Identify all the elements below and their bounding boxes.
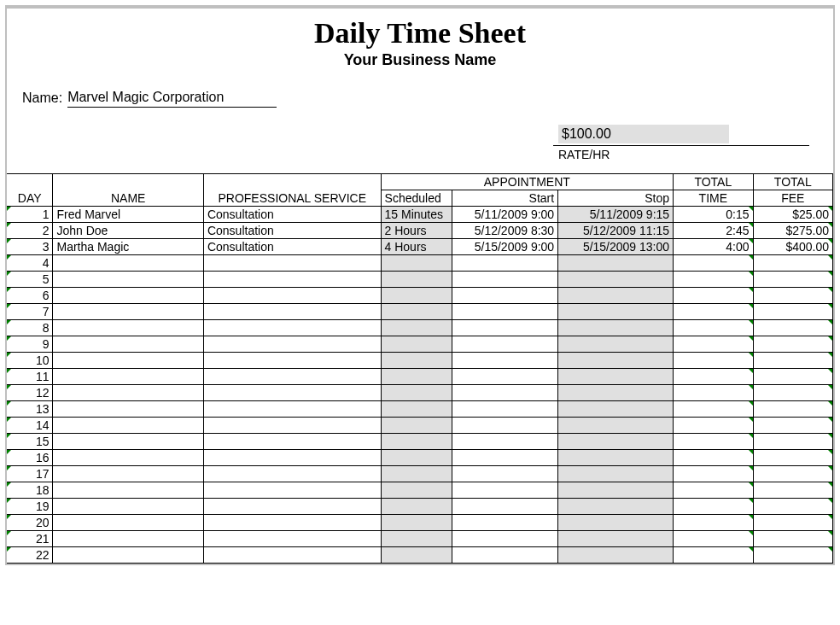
cell-scheduled[interactable]: 4 Hours bbox=[381, 239, 452, 255]
cell-service[interactable] bbox=[203, 515, 381, 531]
cell-service[interactable] bbox=[203, 482, 381, 499]
cell-total-time[interactable] bbox=[674, 336, 753, 353]
cell-service[interactable] bbox=[203, 353, 381, 369]
name-value[interactable]: Marvel Magic Corporation bbox=[67, 90, 277, 108]
rate-value[interactable]: $100.00 bbox=[558, 125, 729, 143]
cell-stop[interactable] bbox=[558, 547, 674, 564]
cell-stop[interactable] bbox=[558, 531, 674, 547]
cell-name[interactable] bbox=[53, 515, 203, 531]
cell-name[interactable]: John Doe bbox=[53, 223, 203, 239]
cell-total-time[interactable] bbox=[674, 304, 753, 320]
cell-total-fee[interactable] bbox=[753, 482, 832, 499]
cell-scheduled[interactable] bbox=[381, 434, 452, 450]
cell-total-fee[interactable] bbox=[753, 450, 832, 466]
cell-scheduled[interactable] bbox=[381, 547, 452, 564]
cell-service[interactable] bbox=[203, 255, 381, 272]
cell-name[interactable] bbox=[53, 304, 203, 320]
cell-scheduled[interactable] bbox=[381, 353, 452, 369]
cell-scheduled[interactable] bbox=[381, 255, 452, 272]
cell-start[interactable] bbox=[452, 450, 558, 466]
cell-day[interactable]: 6 bbox=[7, 288, 53, 304]
cell-start[interactable] bbox=[452, 499, 558, 515]
cell-name[interactable] bbox=[53, 466, 203, 482]
cell-total-fee[interactable] bbox=[753, 288, 832, 304]
cell-start[interactable] bbox=[452, 466, 558, 482]
cell-start[interactable] bbox=[452, 434, 558, 450]
cell-day[interactable]: 10 bbox=[7, 353, 53, 369]
cell-total-fee[interactable] bbox=[753, 547, 832, 564]
cell-name[interactable] bbox=[53, 255, 203, 272]
cell-service[interactable] bbox=[203, 450, 381, 466]
cell-name[interactable] bbox=[53, 272, 203, 288]
cell-stop[interactable] bbox=[558, 353, 674, 369]
cell-stop[interactable] bbox=[558, 482, 674, 499]
cell-total-time[interactable] bbox=[674, 466, 753, 482]
cell-scheduled[interactable]: 2 Hours bbox=[381, 223, 452, 239]
cell-start[interactable] bbox=[452, 320, 558, 336]
cell-day[interactable]: 3 bbox=[7, 239, 53, 255]
cell-service[interactable]: Consultation bbox=[203, 223, 381, 239]
cell-total-time[interactable] bbox=[674, 547, 753, 564]
cell-name[interactable] bbox=[53, 450, 203, 466]
cell-stop[interactable] bbox=[558, 466, 674, 482]
cell-start[interactable]: 5/12/2009 8:30 bbox=[452, 223, 558, 239]
cell-total-fee[interactable] bbox=[753, 499, 832, 515]
cell-stop[interactable] bbox=[558, 515, 674, 531]
cell-total-time[interactable]: 0:15 bbox=[674, 207, 753, 223]
cell-stop[interactable] bbox=[558, 450, 674, 466]
cell-start[interactable] bbox=[452, 304, 558, 320]
cell-scheduled[interactable] bbox=[381, 385, 452, 401]
cell-stop[interactable] bbox=[558, 304, 674, 320]
cell-day[interactable]: 9 bbox=[7, 336, 53, 353]
cell-stop[interactable] bbox=[558, 320, 674, 336]
cell-day[interactable]: 8 bbox=[7, 320, 53, 336]
cell-total-fee[interactable] bbox=[753, 466, 832, 482]
cell-scheduled[interactable] bbox=[381, 369, 452, 385]
cell-day[interactable]: 15 bbox=[7, 434, 53, 450]
cell-stop[interactable] bbox=[558, 401, 674, 418]
cell-total-fee[interactable] bbox=[753, 418, 832, 434]
cell-scheduled[interactable] bbox=[381, 336, 452, 353]
cell-name[interactable] bbox=[53, 531, 203, 547]
cell-stop[interactable]: 5/11/2009 9:15 bbox=[558, 207, 674, 223]
cell-total-time[interactable] bbox=[674, 401, 753, 418]
cell-day[interactable]: 12 bbox=[7, 385, 53, 401]
cell-total-time[interactable] bbox=[674, 288, 753, 304]
cell-start[interactable] bbox=[452, 482, 558, 499]
cell-day[interactable]: 13 bbox=[7, 401, 53, 418]
cell-day[interactable]: 2 bbox=[7, 223, 53, 239]
cell-scheduled[interactable] bbox=[381, 515, 452, 531]
cell-service[interactable] bbox=[203, 434, 381, 450]
cell-scheduled[interactable] bbox=[381, 466, 452, 482]
cell-stop[interactable] bbox=[558, 385, 674, 401]
cell-day[interactable]: 4 bbox=[7, 255, 53, 272]
cell-total-time[interactable] bbox=[674, 255, 753, 272]
cell-stop[interactable]: 5/12/2009 11:15 bbox=[558, 223, 674, 239]
cell-total-time[interactable] bbox=[674, 450, 753, 466]
cell-service[interactable] bbox=[203, 272, 381, 288]
cell-total-time[interactable] bbox=[674, 434, 753, 450]
cell-total-fee[interactable]: $400.00 bbox=[753, 239, 832, 255]
cell-start[interactable]: 5/11/2009 9:00 bbox=[452, 207, 558, 223]
cell-stop[interactable] bbox=[558, 272, 674, 288]
cell-day[interactable]: 20 bbox=[7, 515, 53, 531]
cell-total-time[interactable] bbox=[674, 320, 753, 336]
cell-day[interactable]: 5 bbox=[7, 272, 53, 288]
cell-scheduled[interactable] bbox=[381, 482, 452, 499]
cell-total-time[interactable] bbox=[674, 531, 753, 547]
cell-total-time[interactable] bbox=[674, 499, 753, 515]
cell-start[interactable] bbox=[452, 515, 558, 531]
cell-start[interactable] bbox=[452, 531, 558, 547]
cell-name[interactable] bbox=[53, 288, 203, 304]
cell-day[interactable]: 14 bbox=[7, 418, 53, 434]
cell-service[interactable] bbox=[203, 385, 381, 401]
cell-start[interactable] bbox=[452, 401, 558, 418]
cell-day[interactable]: 7 bbox=[7, 304, 53, 320]
cell-day[interactable]: 18 bbox=[7, 482, 53, 499]
cell-total-time[interactable] bbox=[674, 385, 753, 401]
cell-service[interactable] bbox=[203, 304, 381, 320]
cell-service[interactable] bbox=[203, 466, 381, 482]
cell-total-time[interactable] bbox=[674, 482, 753, 499]
cell-service[interactable]: Consultation bbox=[203, 207, 381, 223]
cell-total-fee[interactable] bbox=[753, 255, 832, 272]
